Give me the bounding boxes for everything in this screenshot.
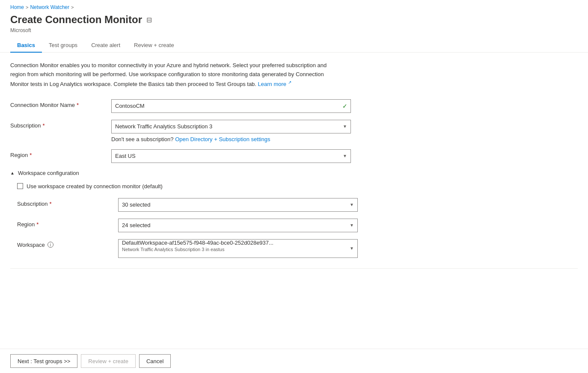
region-wrapper: East US ▼ — [111, 149, 351, 163]
external-link-icon: ↗ — [288, 80, 291, 85]
subscription-dropdown[interactable]: Network Traffic Analytics Subscription 3… — [111, 120, 351, 133]
region-dropdown[interactable]: East US ▼ — [111, 149, 351, 163]
connection-monitor-name-input-container: ✓ — [111, 99, 351, 113]
workspace-label: Workspace i — [17, 239, 111, 248]
required-star-region: * — [30, 152, 32, 158]
breadcrumb-network-watcher[interactable]: Network Watcher — [30, 4, 69, 10]
content-divider — [10, 268, 578, 269]
subscription-dropdown-arrow: ▼ — [343, 124, 347, 129]
workspace-region-row: Region * 24 selected ▼ — [17, 219, 361, 232]
subscription-row: Subscription * Network Traffic Analytics… — [10, 120, 361, 142]
tab-review-create[interactable]: Review + create — [127, 38, 181, 53]
page-container: Home > Network Watcher > Create Connecti… — [0, 0, 588, 373]
breadcrumb-separator-2: > — [71, 5, 74, 10]
breadcrumb-separator-1: > — [26, 5, 28, 10]
workspace-section: ▲ Workspace configuration Use workspace … — [10, 170, 361, 258]
connection-monitor-name-row: Connection Monitor Name * ✓ — [10, 99, 361, 113]
learn-more-link[interactable]: Learn more ↗ — [258, 81, 291, 87]
connection-monitor-name-label: Connection Monitor Name * — [10, 99, 104, 108]
tab-test-groups[interactable]: Test groups — [42, 38, 84, 53]
workspace-dropdown-text: DefaultWorkspace-af15e575-f948-49ac-bce0… — [122, 240, 273, 252]
validation-check-icon: ✓ — [342, 103, 347, 110]
review-create-button: Review + create — [81, 354, 136, 368]
tabs-container: Basics Test groups Create alert Review +… — [0, 38, 588, 53]
workspace-row: Workspace i DefaultWorkspace-af15e575-f9… — [17, 239, 361, 258]
workspace-region-dropdown[interactable]: 24 selected ▼ — [118, 219, 358, 232]
required-star-ws-subscription: * — [50, 201, 52, 207]
workspace-checkbox-row: Use workspace created by connection moni… — [17, 183, 361, 189]
workspace-subscription-label: Subscription * — [17, 198, 111, 207]
cancel-button[interactable]: Cancel — [139, 354, 171, 368]
page-header: Create Connection Monitor ⊟ — [0, 12, 588, 27]
connection-monitor-name-input[interactable] — [111, 99, 351, 113]
main-content: Connection Monitor enables you to monito… — [0, 53, 588, 373]
workspace-subscription-row: Subscription * 30 selected ▼ — [17, 198, 361, 212]
workspace-workspace-dropdown[interactable]: DefaultWorkspace-af15e575-f948-49ac-bce0… — [118, 239, 358, 258]
workspace-subscription-arrow: ▼ — [350, 202, 354, 207]
breadcrumb-home[interactable]: Home — [10, 4, 24, 10]
form-section: Connection Monitor Name * ✓ Subscription… — [10, 99, 361, 258]
workspace-info-icon[interactable]: i — [48, 242, 53, 248]
tab-basics[interactable]: Basics — [10, 38, 42, 53]
tab-create-alert[interactable]: Create alert — [84, 38, 127, 53]
open-directory-link[interactable]: Open Directory + Subscription settings — [175, 136, 270, 142]
workspace-subscription-dropdown[interactable]: 30 selected ▼ — [118, 198, 358, 212]
required-star-subscription: * — [43, 122, 45, 129]
next-test-groups-button[interactable]: Next : Test groups >> — [10, 354, 77, 368]
workspace-region-arrow: ▼ — [350, 223, 354, 228]
region-row: Region * East US ▼ — [10, 149, 361, 163]
workspace-workspace-wrapper: DefaultWorkspace-af15e575-f948-49ac-bce0… — [118, 239, 358, 258]
breadcrumb: Home > Network Watcher > — [0, 0, 588, 12]
workspace-content: Use workspace created by connection moni… — [10, 183, 361, 258]
page-title: Create Connection Monitor — [10, 14, 142, 26]
workspace-subscription-wrapper: 30 selected ▼ — [118, 198, 358, 212]
subscription-hint: Don't see a subscription? Open Directory… — [111, 136, 351, 142]
subscription-wrapper: Network Traffic Analytics Subscription 3… — [111, 120, 351, 142]
workspace-region-wrapper: 24 selected ▼ — [118, 219, 358, 232]
page-subtitle: Microsoft — [0, 27, 588, 38]
workspace-workspace-arrow: ▼ — [350, 246, 354, 251]
workspace-chevron-up-icon: ▲ — [10, 171, 15, 175]
workspace-checkbox[interactable] — [17, 183, 23, 189]
description-text: Connection Monitor enables you to monito… — [10, 61, 331, 89]
required-star-ws-region: * — [36, 221, 39, 228]
connection-monitor-name-wrapper: ✓ — [111, 99, 351, 113]
region-dropdown-arrow: ▼ — [343, 154, 347, 158]
workspace-region-label: Region * — [17, 219, 111, 228]
subscription-label: Subscription * — [10, 120, 104, 129]
region-label: Region * — [10, 149, 104, 158]
required-star-name: * — [77, 102, 79, 108]
workspace-config-header[interactable]: ▲ Workspace configuration — [10, 170, 361, 176]
footer-actions: Next : Test groups >> Review + create Ca… — [0, 349, 588, 373]
print-icon[interactable]: ⊟ — [146, 16, 152, 24]
